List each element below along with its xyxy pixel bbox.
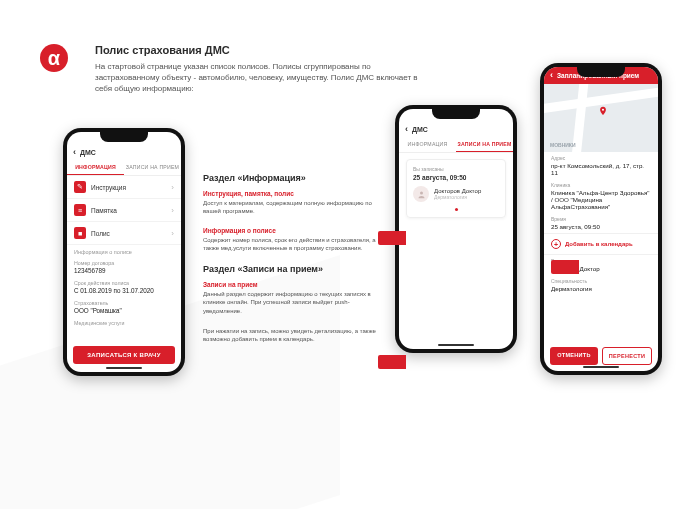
add-to-calendar[interactable]: + Добавить в календарь: [544, 233, 658, 255]
avatar: [413, 186, 429, 202]
reschedule-button[interactable]: ПЕРЕНЕСТИ: [602, 347, 652, 365]
note-appointment-detail: При нажатии на запись, можно увидеть дет…: [203, 327, 383, 343]
value-address: пр-кт Комсомольский, д. 17, стр. 11: [544, 161, 658, 179]
doc-icon: ✎: [74, 181, 86, 193]
value: С 01.08.2019 по 31.07.2020: [74, 287, 174, 294]
value-time: 25 августа, 09:50: [544, 222, 658, 233]
page-title: Полис страхования ДМС: [95, 44, 425, 56]
phone-notch: [100, 132, 148, 142]
note-body: Данный раздел содержит информацию о теку…: [203, 290, 383, 314]
note-title: Записи на прием: [203, 281, 383, 288]
tab-appointments[interactable]: ЗАПИСИ НА ПРИЕМ: [124, 160, 181, 175]
note-policy-info: Информация о полисе Содержит номер полис…: [203, 227, 383, 252]
phone-notch: [577, 67, 625, 77]
chevron-right-icon: ›: [171, 206, 174, 215]
phone-mock-1: ‹ ДМС ИНФОРМАЦИЯ ЗАПИСИ НА ПРИЕМ ✎ Инстр…: [63, 128, 185, 376]
tab-bar: ИНФОРМАЦИЯ ЗАПИСИ НА ПРИЕМ: [399, 137, 513, 153]
phone-mock-2: ‹ ДМС ИНФОРМАЦИЯ ЗАПИСИ НА ПРИЕМ Вы запи…: [395, 105, 517, 353]
value-clinic: Клиника "Альфа-Центр Здоровья" / ООО "Ме…: [544, 188, 658, 213]
row-policy[interactable]: ■ Полис ›: [67, 222, 181, 245]
note-body: Содержит номер полиса, срок его действия…: [203, 236, 383, 252]
label-time: Время: [544, 213, 658, 222]
phone2-screen: ‹ ДМС ИНФОРМАЦИЯ ЗАПИСИ НА ПРИЕМ Вы запи…: [399, 109, 513, 349]
back-icon[interactable]: ‹: [405, 124, 408, 134]
screen-title: ДМС: [412, 126, 428, 133]
book-doctor-button[interactable]: ЗАПИСАТЬСЯ К ВРАЧУ: [73, 346, 175, 364]
value-spec: Дерматология: [544, 284, 658, 295]
callout-tag: [378, 231, 406, 245]
phone1-screen: ‹ ДМС ИНФОРМАЦИЯ ЗАПИСИ НА ПРИЕМ ✎ Инстр…: [67, 132, 181, 372]
label-spec: Специальность: [544, 275, 658, 284]
label: Срок действия полиса: [74, 280, 174, 286]
top-bar: ‹ ДМС: [67, 144, 181, 160]
logo-letter: α: [48, 47, 60, 70]
svg-point-0: [420, 191, 423, 194]
phone3-screen: ‹ Запланированный прием МОВНИКИ Адрес пр…: [544, 67, 658, 371]
brand-logo: α: [40, 44, 68, 72]
action-buttons: ОТМЕНИТЬ ПЕРЕНЕСТИ: [544, 347, 658, 365]
tab-information[interactable]: ИНФОРМАЦИЯ: [399, 137, 456, 152]
section-heading-info: Раздел «Информация»: [203, 173, 383, 183]
value: 123456789: [74, 267, 174, 274]
appointment-card[interactable]: Вы записаны 25 августа, 09:50 Докторов Д…: [406, 159, 506, 218]
appt-label: Вы записаны: [413, 166, 499, 172]
map-district-label: МОВНИКИ: [550, 142, 576, 148]
page-description: На стартовой странице указан список поли…: [95, 62, 425, 94]
note-title: Информация о полисе: [203, 227, 383, 234]
label: Медицинские услуги: [74, 320, 174, 326]
kv-number: Номер договора 123456789: [67, 257, 181, 277]
row-label: Инструкция: [91, 184, 126, 191]
kv-period: Срок действия полиса С 01.08.2019 по 31.…: [67, 277, 181, 297]
kv-medservices: Медицинские услуги: [67, 317, 181, 329]
row-label: Памятка: [91, 207, 117, 214]
home-indicator: [583, 366, 619, 368]
doctor-spec: Дерматология: [434, 194, 481, 200]
section-label: Информация о полисе: [67, 245, 181, 257]
label-clinic: Клиника: [544, 179, 658, 188]
appt-datetime: 25 августа, 09:50: [413, 174, 499, 181]
description-column: Раздел «Информация» Инструкция, памятка,…: [203, 173, 383, 355]
back-icon[interactable]: ‹: [73, 147, 76, 157]
label: Страхователь: [74, 300, 174, 306]
page-header: Полис страхования ДМС На стартовой стран…: [95, 44, 425, 94]
add-calendar-label: Добавить в календарь: [565, 241, 633, 247]
map-preview[interactable]: МОВНИКИ: [544, 84, 658, 152]
label: Номер договора: [74, 260, 174, 266]
tab-appointments[interactable]: ЗАПИСИ НА ПРИЕМ: [456, 137, 513, 152]
back-icon[interactable]: ‹: [550, 70, 553, 80]
cancel-button[interactable]: ОТМЕНИТЬ: [550, 347, 598, 365]
phone-mock-3: ‹ Запланированный прием МОВНИКИ Адрес пр…: [540, 63, 662, 375]
phone-notch: [432, 109, 480, 119]
memo-icon: ≡: [74, 204, 86, 216]
top-bar: ‹ ДМС: [399, 121, 513, 137]
note-body: При нажатии на запись, можно увидеть дет…: [203, 327, 383, 343]
row-instruction[interactable]: ✎ Инструкция ›: [67, 176, 181, 199]
value: ООО "Ромашка": [74, 307, 174, 314]
section-heading-appt: Раздел «Записи на прием»: [203, 264, 383, 274]
tab-bar: ИНФОРМАЦИЯ ЗАПИСИ НА ПРИЕМ: [67, 160, 181, 176]
row-label: Полис: [91, 230, 110, 237]
kv-insurer: Страхователь ООО "Ромашка": [67, 297, 181, 317]
label-address: Адрес: [544, 152, 658, 161]
note-instruction: Инструкция, памятка, полис Доступ к мате…: [203, 190, 383, 215]
home-indicator: [438, 344, 474, 346]
map-pin-icon: [598, 106, 608, 116]
pager-dot: [455, 208, 458, 211]
note-body: Доступ к материалам, содержащим полную и…: [203, 199, 383, 215]
plus-icon: +: [551, 239, 561, 249]
chevron-right-icon: ›: [171, 229, 174, 238]
note-title: Инструкция, памятка, полис: [203, 190, 383, 197]
policy-icon: ■: [74, 227, 86, 239]
callout-tag: [551, 260, 579, 274]
row-memo[interactable]: ≡ Памятка ›: [67, 199, 181, 222]
callout-tag: [378, 355, 406, 369]
svg-point-1: [602, 109, 604, 111]
screen-title: ДМС: [80, 149, 96, 156]
note-appointments: Записи на прием Данный раздел содержит и…: [203, 281, 383, 314]
home-indicator: [106, 367, 142, 369]
chevron-right-icon: ›: [171, 183, 174, 192]
tab-information[interactable]: ИНФОРМАЦИЯ: [67, 160, 124, 175]
